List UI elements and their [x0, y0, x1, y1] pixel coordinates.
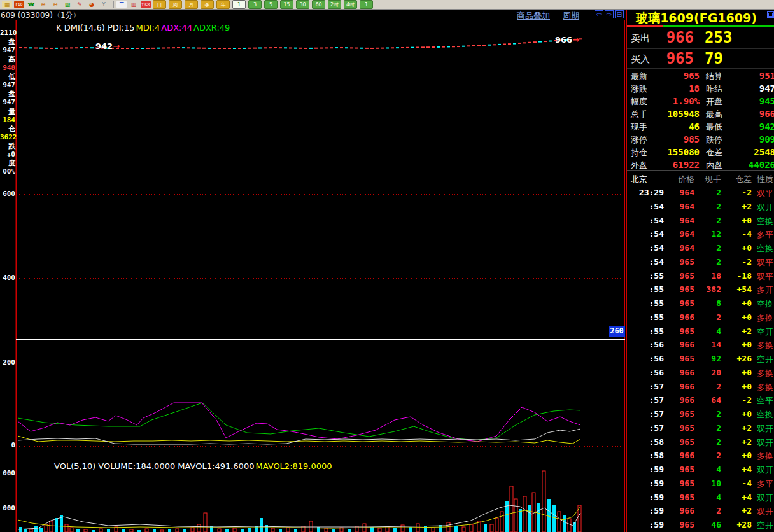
- tick-price: 965: [665, 465, 694, 474]
- tick-nature: 空开: [757, 354, 774, 365]
- tick-oi-delta: +0: [722, 243, 752, 253]
- scale-label: 仓: [0, 125, 15, 133]
- zoom-out-icon[interactable]: ⊖: [50, 1, 60, 8]
- info-row: 现手46最低942: [627, 120, 774, 133]
- tick-price: 964: [665, 188, 694, 197]
- tick-volume: 2: [696, 506, 721, 515]
- tick-row: :599654+4双开: [627, 463, 774, 477]
- info-row: 幅度1.90%开盘945: [627, 95, 774, 108]
- pencil-icon[interactable]: ✎: [74, 1, 85, 8]
- tick-nature: 空换: [757, 298, 774, 310]
- period-3min-button[interactable]: 3: [248, 0, 262, 9]
- split-window-icon[interactable]: ⊟: [615, 10, 624, 18]
- col-oi-delta: 仓差: [722, 174, 752, 185]
- tick-volume: 14: [696, 340, 721, 349]
- price-annotation-low: 942→: [95, 41, 120, 51]
- tick-chart-icon[interactable]: TICK: [141, 1, 151, 8]
- title-segment: MAVOL2:819.0000: [255, 461, 332, 471]
- info-value: 985: [627, 134, 700, 144]
- tick-time: :58: [627, 437, 664, 447]
- tick-time: :56: [627, 354, 664, 363]
- tick-price: 965: [665, 479, 694, 488]
- tick-price: 965: [665, 409, 694, 419]
- price-chart-canvas[interactable]: [0, 20, 626, 532]
- title-segment: MDI:4: [136, 23, 160, 32]
- tick-price: 966: [665, 312, 694, 322]
- ask-row: 卖出 966 253: [627, 28, 774, 48]
- period-5min-button[interactable]: 5: [264, 0, 278, 9]
- tick-volume: 382: [696, 284, 721, 294]
- tick-row: :5996546+28空开: [627, 518, 774, 532]
- keyboard-icon[interactable]: ▦: [2, 1, 12, 8]
- info-value: 945: [710, 96, 774, 106]
- zoom-in-icon[interactable]: ⊕: [38, 1, 48, 8]
- tick-time: :59: [627, 493, 664, 502]
- tick-nature: 多换: [757, 451, 774, 462]
- tick-time: :55: [627, 312, 664, 322]
- scale-label: +0: [0, 151, 15, 158]
- cube-icon[interactable]: ▧: [62, 1, 73, 8]
- tick-price: 964: [665, 243, 694, 253]
- scale-label: 00%: [0, 168, 15, 176]
- buy-sell-ratio-bar: [627, 25, 774, 27]
- info-value: 951: [710, 71, 774, 81]
- period-日-button[interactable]: 日: [153, 0, 166, 9]
- tick-oi-delta: +0: [722, 298, 752, 308]
- tick-volume: 12: [696, 229, 721, 239]
- tick-row: :599654+4双开: [627, 491, 774, 505]
- scale-label: 600: [0, 190, 15, 198]
- tick-time: :56: [627, 368, 664, 377]
- tick-nature: 双开: [757, 506, 774, 517]
- scale-label: 0: [0, 442, 15, 449]
- bid-qty: 79: [705, 50, 723, 67]
- info-value: 1.90%: [627, 96, 700, 106]
- tick-oi-delta: +54: [722, 284, 752, 294]
- tick-row: :599662+2双开: [627, 504, 774, 518]
- tick-time: :57: [627, 382, 664, 391]
- period-4时min-button[interactable]: 4时: [344, 0, 357, 9]
- toolbar-separator: [113, 1, 114, 8]
- scale-label: 盘: [0, 38, 15, 46]
- chart-area[interactable]: 2110盘947高948低947盘947量184仓3622跌+0度00%6004…: [0, 20, 626, 532]
- period-季-button[interactable]: 季: [201, 0, 214, 9]
- scale-label: 947: [0, 46, 15, 54]
- nav-back-icon[interactable]: ⇦: [595, 10, 603, 18]
- period-年-button[interactable]: 年: [216, 0, 230, 9]
- tick-row: :589662+0多换: [627, 449, 774, 463]
- f10-icon[interactable]: F10: [14, 1, 24, 8]
- tick-nature: 多平: [757, 229, 774, 241]
- period-1min-button[interactable]: 1: [232, 0, 246, 9]
- scale-label: 低: [0, 73, 15, 81]
- period-15min-button[interactable]: 15: [280, 0, 293, 9]
- period-30min-button[interactable]: 30: [296, 0, 309, 9]
- period-2时min-button[interactable]: 2时: [328, 0, 341, 9]
- quote-panel: 玻璃1609(FG1609) 卖出 966 253 买入 965 79 最新96…: [626, 10, 774, 532]
- tick-oi-delta: -4: [722, 479, 752, 488]
- tick-volume: 2: [696, 312, 721, 322]
- buy-ratio-segment: [663, 25, 774, 27]
- pie-chart-icon[interactable]: ◕: [87, 1, 97, 8]
- tick-volume: 92: [696, 354, 721, 363]
- main-toolbar: ▦F10☎⊕⊖▧✎◕Y☰▥TICK日周月季年1351530602时4时1: [0, 0, 774, 10]
- tick-price: 965: [665, 423, 694, 433]
- quote-list-icon[interactable]: ☰: [116, 1, 127, 8]
- phone-icon[interactable]: ☎: [26, 1, 36, 8]
- scale-label: 947: [0, 99, 15, 106]
- tick-oi-delta: +28: [722, 520, 752, 529]
- tick-nature: 多换: [757, 368, 774, 379]
- period-60min-button[interactable]: 60: [312, 0, 325, 9]
- tick-nature: 多平: [757, 479, 774, 490]
- tick-time: :54: [627, 243, 664, 253]
- period-1min-button[interactable]: 1: [360, 0, 373, 9]
- nav-forward-icon[interactable]: ⇨: [605, 10, 614, 18]
- tick-oi-delta: +0: [722, 312, 752, 322]
- filter-icon[interactable]: Y: [99, 1, 109, 8]
- tick-row: :5696620+0多换: [627, 366, 774, 380]
- panel-restore-icon[interactable]: [767, 11, 774, 18]
- tick-time: :54: [627, 229, 664, 239]
- period-月-button[interactable]: 月: [185, 0, 198, 9]
- period-周-button[interactable]: 周: [169, 0, 182, 9]
- tick-nature: 多换: [757, 340, 774, 351]
- bar-chart-icon[interactable]: ▥: [129, 1, 139, 8]
- tick-oi-delta: +2: [722, 326, 752, 336]
